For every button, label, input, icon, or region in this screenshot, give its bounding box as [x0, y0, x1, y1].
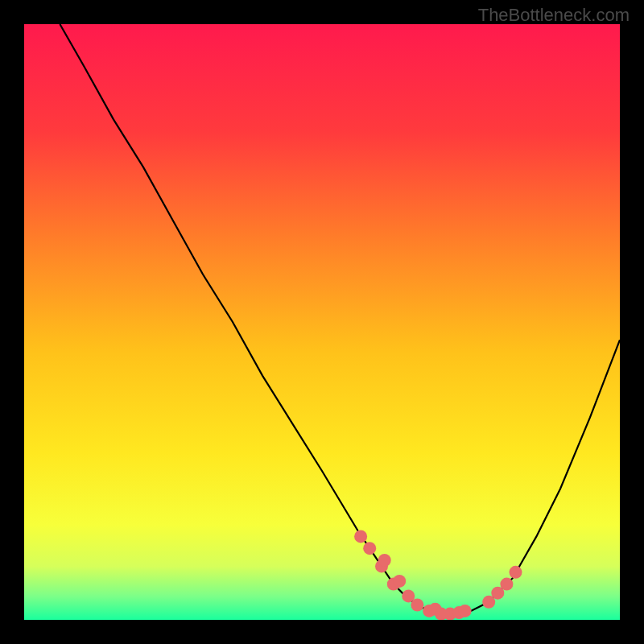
watermark-text: TheBottleneck.com — [478, 5, 630, 26]
highlight-dot — [510, 566, 522, 579]
highlight-dot — [459, 605, 472, 617]
highlight-dot — [393, 575, 406, 588]
chart-area — [24, 24, 620, 620]
highlight-dot — [500, 578, 513, 591]
curve-layer — [24, 24, 620, 620]
highlight-dots — [354, 530, 522, 620]
highlight-dot — [378, 554, 391, 567]
highlight-dot — [411, 599, 423, 612]
bottleneck-curve — [60, 24, 620, 614]
highlight-dot — [354, 530, 367, 543]
highlight-dot — [363, 542, 376, 555]
